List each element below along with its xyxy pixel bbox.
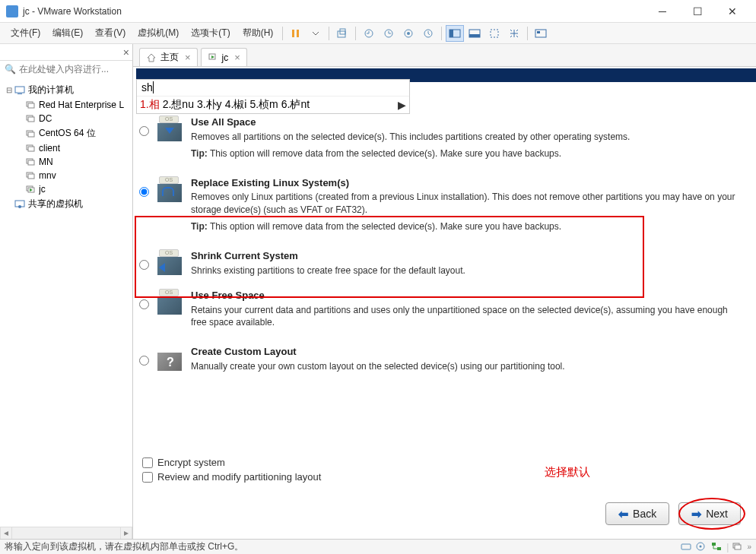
toolbar-stretch-button[interactable]: [505, 25, 523, 42]
svg-rect-29: [28, 174, 34, 179]
toolbar-fullscreen-button[interactable]: [465, 25, 484, 42]
sidebar-hscrollbar[interactable]: ◂▸: [0, 527, 132, 539]
tab-bar: 主页 × jc ×: [133, 44, 756, 67]
svg-rect-23: [28, 132, 34, 137]
home-icon: [146, 52, 157, 63]
ime-candidate-window: sh 1.相 2.想nu 3.朴y 4.椒i 5.桢m 6.栌nt ▶: [136, 79, 410, 114]
svg-rect-21: [28, 117, 34, 122]
svg-rect-1: [297, 30, 299, 37]
option-create-custom[interactable]: ? Create Custom Layout Manually create y…: [139, 342, 750, 388]
option-use-free-space[interactable]: OS Use Free Space Retains your current d…: [139, 286, 750, 342]
option-replace-linux[interactable]: OS Replace Existing Linux System(s) Remo…: [139, 173, 750, 246]
back-arrow-icon: ⬅: [618, 507, 628, 521]
tree-root-mycomputer[interactable]: ⊟ 我的计算机: [2, 82, 131, 98]
toolbar-console-view-button[interactable]: [446, 25, 464, 42]
computer-icon: [14, 85, 26, 96]
toolbar-thumbnail-button[interactable]: [532, 25, 550, 42]
status-input-icon[interactable]: [732, 542, 744, 552]
svg-point-33: [18, 205, 21, 208]
vm-icon: [24, 157, 37, 167]
sidebar-search: 🔍 ▾: [0, 61, 132, 78]
option-shrink-current[interactable]: OS Shrink Current System Shrinks existin…: [139, 246, 750, 286]
radio-create-custom[interactable]: [139, 356, 149, 366]
vm-icon: [24, 143, 37, 154]
svg-rect-27: [28, 160, 34, 165]
toolbar-unity-button[interactable]: [485, 25, 503, 42]
option-use-all-space[interactable]: OS Use All Space Removes all partitions …: [139, 112, 750, 173]
radio-shrink-current[interactable]: [139, 260, 149, 270]
menu-tabs[interactable]: 选项卡(T): [185, 24, 236, 43]
checkbox-review-row[interactable]: Review and modify partitioning layout: [142, 471, 321, 483]
vm-icon: [24, 128, 37, 139]
tab-jc[interactable]: jc ×: [201, 48, 247, 66]
close-button[interactable]: ✕: [715, 0, 750, 23]
toolbar-dropdown-button[interactable]: [307, 25, 325, 42]
tab-home[interactable]: 主页 ×: [139, 48, 198, 66]
tree-vm-centos[interactable]: CentOS 64 位: [2, 125, 131, 141]
menu-file[interactable]: 文件(F): [5, 24, 46, 43]
status-network-icon[interactable]: [711, 542, 723, 552]
svg-point-7: [407, 32, 410, 35]
statusbar: 将输入定向到该虚拟机，请在虚拟机内部单击或按 Ctrl+G。 | »: [0, 539, 756, 554]
checkbox-encrypt-row[interactable]: Encrypt system: [142, 457, 321, 468]
statusbar-message: 将输入定向到该虚拟机，请在虚拟机内部单击或按 Ctrl+G。: [5, 540, 681, 553]
replace-linux-icon: OS: [154, 176, 188, 205]
annotation-text: 选择默认: [545, 465, 590, 480]
tree-vm-client[interactable]: client: [2, 141, 131, 155]
shared-icon: [14, 199, 26, 210]
back-button[interactable]: ⬅Back: [605, 502, 669, 525]
tree-vm-redhat[interactable]: Red Hat Enterprise L: [2, 98, 131, 112]
svg-rect-39: [717, 547, 721, 550]
tree-shared-vms[interactable]: ⊟共享的虚拟机: [2, 196, 131, 212]
toolbar-snapshot2-button[interactable]: [380, 25, 398, 42]
app-icon: [6, 5, 18, 17]
toolbar-clock-button[interactable]: [419, 25, 437, 42]
toolbar-snapshot-button[interactable]: [333, 25, 351, 42]
minimize-button[interactable]: ─: [645, 0, 680, 23]
tab-home-close-icon[interactable]: ×: [185, 52, 191, 63]
vm-tree: ⊟ 我的计算机 Red Hat Enterprise L DC CentOS 6…: [0, 78, 132, 527]
library-sidebar: × 🔍 ▾ ⊟ 我的计算机 Red Hat Enterprise L DC Ce…: [0, 44, 133, 539]
ime-composition: sh: [137, 80, 409, 97]
maximize-button[interactable]: ☐: [680, 0, 715, 23]
menubar: 文件(F) 编辑(E) 查看(V) 虚拟机(M) 选项卡(T) 帮助(H): [0, 23, 756, 44]
menu-help[interactable]: 帮助(H): [237, 24, 280, 43]
checkbox-review[interactable]: [142, 472, 153, 483]
radio-replace-linux[interactable]: [139, 187, 149, 197]
toolbar-pause-button[interactable]: [287, 25, 305, 42]
svg-rect-0: [292, 30, 294, 37]
checkbox-encrypt[interactable]: [142, 457, 153, 468]
tree-vm-mn[interactable]: MN: [2, 155, 131, 169]
svg-rect-13: [491, 30, 498, 37]
radio-use-all-space[interactable]: [139, 126, 149, 136]
tab-jc-close-icon[interactable]: ×: [234, 52, 240, 63]
menu-view[interactable]: 查看(V): [89, 24, 132, 43]
radio-use-free-space[interactable]: [139, 299, 149, 309]
menu-edit[interactable]: 编辑(E): [46, 24, 89, 43]
svg-rect-15: [537, 31, 540, 33]
ime-next-page-icon[interactable]: ▶: [398, 99, 406, 111]
tree-vm-dc[interactable]: DC: [2, 112, 131, 125]
toolbar-revert-button[interactable]: [360, 25, 378, 42]
tree-vm-mnv[interactable]: mnv: [2, 169, 131, 182]
next-arrow-icon: ➡: [691, 507, 701, 521]
svg-rect-41: [735, 545, 741, 549]
vm-console[interactable]: sh 1.相 2.想nu 3.朴y 4.椒i 5.桢m 6.栌nt ▶ OS: [133, 67, 756, 539]
status-expand-icon[interactable]: »: [747, 543, 751, 551]
menu-vm[interactable]: 虚拟机(M): [132, 24, 185, 43]
sidebar-search-input[interactable]: [19, 64, 133, 74]
vm-icon: [24, 100, 37, 110]
custom-layout-icon: ?: [154, 345, 188, 374]
next-button[interactable]: ➡Next: [678, 502, 741, 525]
svg-rect-19: [28, 103, 34, 108]
svg-rect-12: [469, 34, 480, 37]
status-disk-icon[interactable]: [681, 542, 693, 552]
sidebar-close-icon[interactable]: ×: [123, 46, 129, 59]
tree-vm-jc[interactable]: jc: [2, 182, 131, 196]
svg-point-37: [700, 545, 702, 547]
vm-icon: [24, 113, 37, 124]
vm-icon: [24, 170, 37, 181]
ime-candidates[interactable]: 1.相 2.想nu 3.朴y 4.椒i 5.桢m 6.栌nt ▶: [137, 97, 409, 113]
status-cd-icon[interactable]: [696, 542, 708, 552]
toolbar-manage-button[interactable]: [399, 25, 418, 42]
